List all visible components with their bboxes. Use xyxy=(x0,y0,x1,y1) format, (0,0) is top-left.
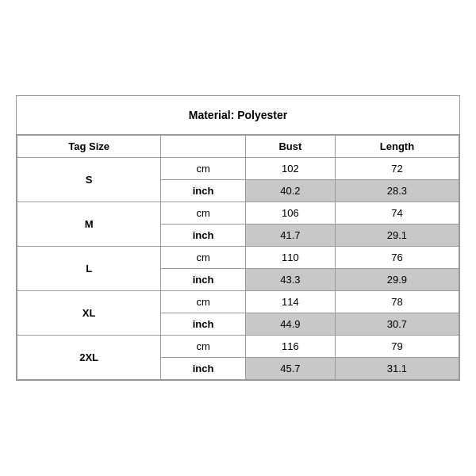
bust-inch: 43.3 xyxy=(245,269,335,291)
unit-cell-cm: cm xyxy=(161,202,246,225)
header-length: Length xyxy=(335,136,459,158)
tag-size-cell: S xyxy=(17,158,161,202)
chart-title: Material: Polyester xyxy=(17,96,459,135)
header-bust: Bust xyxy=(245,136,335,158)
tag-size-cell: M xyxy=(17,202,161,247)
table-row: Scm10272 xyxy=(17,158,459,180)
size-table: Tag Size Bust Length Scm10272inch40.228.… xyxy=(17,135,459,380)
length-cm: 74 xyxy=(335,202,459,225)
table-row: Lcm11076 xyxy=(17,247,459,269)
unit-cell-cm: cm xyxy=(161,158,246,180)
table-row: Mcm10674 xyxy=(17,202,459,225)
unit-cell-inch: inch xyxy=(161,180,246,202)
unit-cell-cm: cm xyxy=(161,336,246,358)
unit-cell-inch: inch xyxy=(161,313,246,336)
bust-cm: 114 xyxy=(245,291,335,313)
tag-size-cell: XL xyxy=(17,291,161,336)
length-cm: 76 xyxy=(335,247,459,269)
size-chart-container: Material: Polyester Tag Size Bust Length… xyxy=(16,95,460,381)
unit-cell-cm: cm xyxy=(161,247,246,269)
unit-cell-cm: cm xyxy=(161,291,246,313)
header-tag-size: Tag Size xyxy=(17,136,161,158)
bust-inch: 40.2 xyxy=(245,180,335,202)
bust-cm: 102 xyxy=(245,158,335,180)
length-inch: 29.9 xyxy=(335,269,459,291)
table-row: XLcm11478 xyxy=(17,291,459,313)
tag-size-cell: 2XL xyxy=(17,336,161,380)
length-inch: 29.1 xyxy=(335,225,459,247)
table-row: 2XLcm11679 xyxy=(17,336,459,358)
length-cm: 72 xyxy=(335,158,459,180)
bust-inch: 45.7 xyxy=(245,358,335,380)
bust-cm: 110 xyxy=(245,247,335,269)
bust-inch: 41.7 xyxy=(245,225,335,247)
length-inch: 28.3 xyxy=(335,180,459,202)
unit-cell-inch: inch xyxy=(161,358,246,380)
length-inch: 30.7 xyxy=(335,313,459,336)
length-inch: 31.1 xyxy=(335,358,459,380)
bust-cm: 106 xyxy=(245,202,335,225)
unit-cell-inch: inch xyxy=(161,225,246,247)
bust-cm: 116 xyxy=(245,336,335,358)
tag-size-cell: L xyxy=(17,247,161,291)
length-cm: 79 xyxy=(335,336,459,358)
unit-cell-inch: inch xyxy=(161,269,246,291)
header-unit-col xyxy=(161,136,246,158)
length-cm: 78 xyxy=(335,291,459,313)
bust-inch: 44.9 xyxy=(245,313,335,336)
